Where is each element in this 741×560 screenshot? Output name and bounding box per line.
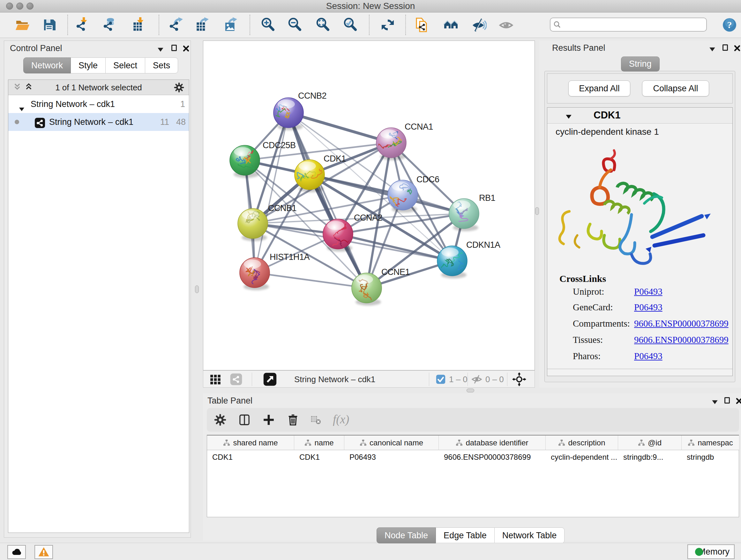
network-node-CCNB1[interactable] [238, 206, 268, 241]
table-cell[interactable]: cyclin-dependent ... [546, 450, 618, 464]
network-node-CDC25B[interactable] [230, 145, 260, 178]
show-all-icon[interactable] [498, 17, 514, 33]
save-session-icon[interactable] [42, 17, 57, 33]
column-header-canonical-name[interactable]: canonical name [344, 435, 439, 450]
network-node-CDKN1A[interactable] [437, 246, 467, 278]
column-header-name[interactable]: name [294, 435, 344, 450]
zoom-out-icon[interactable] [287, 17, 302, 33]
expand-all-button[interactable]: Expand All [568, 80, 630, 97]
table-panel-float-icon[interactable] [724, 397, 730, 403]
gene-symbol: CDK1 [594, 110, 620, 121]
show-columns-icon[interactable] [238, 414, 251, 426]
tab-node-table[interactable]: Node Table [377, 527, 436, 543]
tab-select[interactable]: Select [105, 57, 145, 73]
table-cell[interactable]: CDK1 [207, 450, 294, 464]
toolbar-separator [250, 15, 250, 35]
table-panel-menu-icon[interactable] [711, 398, 719, 406]
column-header-database-identifier[interactable]: database identifier [439, 435, 546, 450]
table-row[interactable]: CDK1CDK1P064939606.ENSP00000378699cyclin… [207, 450, 739, 464]
crosslink-link[interactable]: 9606.ENSP00000378699 [634, 334, 729, 345]
network-node-CDK1[interactable] [293, 160, 325, 192]
collapse-all-button[interactable]: Collapse All [642, 80, 709, 97]
zoom-in-icon[interactable] [260, 17, 276, 33]
import-table-icon[interactable] [131, 17, 147, 33]
network-tree-item[interactable]: String Network – cdk1 11 48 [8, 113, 189, 131]
hidden-count-eye-icon[interactable] [471, 374, 482, 385]
tab-style[interactable]: Style [71, 57, 106, 73]
table-cell[interactable]: stringdb:9... [618, 450, 682, 464]
column-header-@id[interactable]: @id [618, 435, 682, 450]
network-document-icon[interactable] [414, 17, 429, 33]
warning-status-button[interactable] [35, 545, 53, 559]
tab-string[interactable]: String [621, 57, 660, 71]
grid-mode-icon[interactable] [209, 373, 222, 386]
table-cell[interactable]: CDK1 [294, 450, 344, 464]
network-options-gear-icon[interactable] [174, 82, 185, 93]
search-field[interactable] [550, 17, 707, 32]
delete-column-icon[interactable] [286, 414, 299, 426]
birds-eye-view-icon[interactable] [263, 372, 277, 386]
network-node-CCNE1[interactable] [352, 273, 382, 307]
memory-button[interactable]: Memory [687, 544, 735, 559]
network-node-CCNA1[interactable] [376, 128, 406, 160]
export-network-icon[interactable] [168, 17, 184, 33]
crosslink-link[interactable]: P06493 [634, 302, 663, 313]
edge-CCNB2-HIST1H1A[interactable] [255, 113, 288, 273]
edge-CCNB2-CCNA1[interactable] [288, 113, 391, 143]
left-splitter-handle[interactable] [195, 286, 199, 293]
network-share-icon[interactable] [230, 373, 243, 386]
export-table-icon[interactable] [194, 17, 209, 33]
tab-network-table[interactable]: Network Table [494, 527, 565, 543]
gene-section-header[interactable]: CDK1 [547, 108, 732, 124]
crosslink-link[interactable]: P06493 [634, 351, 663, 361]
tab-network[interactable]: Network [23, 57, 71, 73]
crosslink-link[interactable]: 9606.ENSP00000378699 [634, 318, 729, 329]
import-network-file-icon[interactable] [75, 17, 90, 33]
fit-content-crosshair-icon[interactable] [512, 372, 526, 386]
open-session-icon[interactable] [15, 17, 30, 33]
import-network-database-icon[interactable] [102, 17, 118, 33]
network-view-canvas[interactable]: CCNB2CCNA1CDC25BCDK1CDC6RB1CCNB1CCNA2CDK… [203, 41, 535, 370]
network-node-HIST1H1A[interactable] [240, 258, 270, 290]
bottom-splitter-handle[interactable] [467, 388, 474, 392]
hide-selected-icon[interactable] [471, 17, 487, 33]
column-header-shared-name[interactable]: shared name [207, 435, 294, 450]
search-input[interactable] [563, 19, 705, 31]
control-panel-float-icon[interactable] [172, 45, 177, 51]
create-column-icon[interactable] [262, 414, 275, 426]
table-settings-gear-icon[interactable] [214, 414, 226, 426]
table-panel: Table Panel f(x) shared namenamecanonica… [203, 393, 741, 541]
node-label-CCNB2: CCNB2 [298, 91, 327, 101]
string-network-icon [35, 117, 45, 134]
network-node-CDC6[interactable] [388, 180, 418, 212]
edge-HIST1H1A-CCNE1[interactable] [255, 273, 367, 288]
cloud-status-button[interactable] [7, 545, 26, 559]
tab-edge-table[interactable]: Edge Table [435, 527, 495, 543]
zoom-fit-icon[interactable] [315, 17, 331, 33]
results-panel-menu-icon[interactable] [709, 45, 716, 53]
table-cell[interactable]: 9606.ENSP00000378699 [439, 450, 546, 464]
table-cell[interactable]: P06493 [344, 450, 439, 464]
first-neighbors-icon[interactable] [443, 17, 459, 33]
column-header-description[interactable]: description [546, 435, 618, 450]
column-header-namespac[interactable]: namespac [682, 435, 739, 450]
control-panel: Control Panel NetworkStyleSelectSets 1 o… [4, 41, 191, 538]
apply-layout-icon[interactable] [380, 17, 395, 33]
selected-count-checkbox-icon[interactable] [435, 374, 446, 385]
results-panel-float-icon[interactable] [723, 44, 728, 51]
results-panel-close-icon[interactable] [733, 44, 741, 52]
table-cell[interactable]: stringdb [682, 450, 739, 464]
gene-collapse-icon[interactable] [565, 112, 572, 120]
network-node-CCNB2[interactable] [270, 98, 304, 130]
help-icon[interactable]: ? [722, 17, 737, 33]
network-tree-item[interactable]: String Network – cdk1 1 [8, 95, 189, 113]
tab-sets[interactable]: Sets [145, 57, 178, 73]
network-node-RB1[interactable] [449, 199, 479, 231]
right-splitter-handle[interactable] [535, 207, 539, 215]
crosslink-link[interactable]: P06493 [634, 287, 663, 297]
table-panel-close-icon[interactable] [735, 397, 741, 405]
control-panel-close-icon[interactable] [182, 45, 190, 52]
control-panel-menu-icon[interactable] [157, 45, 164, 53]
export-image-icon[interactable] [222, 17, 238, 33]
zoom-selected-icon[interactable] [343, 17, 358, 33]
